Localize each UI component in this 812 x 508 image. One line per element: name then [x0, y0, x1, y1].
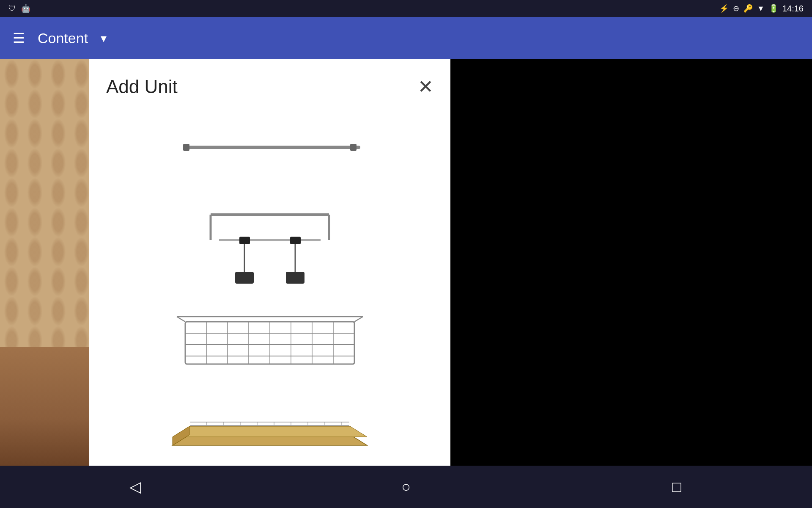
unit-items-list — [89, 114, 450, 466]
shield-icon: 🛡 — [8, 4, 16, 13]
overview-button[interactable]: □ — [660, 470, 694, 504]
status-bar: 🛡 🤖 ⚡ ⊖ 🔑 ▼ 🔋 14:16 — [0, 0, 812, 17]
svg-line-103 — [177, 317, 185, 322]
list-item[interactable] — [109, 206, 431, 291]
main-content: 100" 7" 24.37' 26" 37" 4.5" 4.5" 15" 6.9… — [0, 59, 812, 508]
svg-line-104 — [354, 317, 363, 322]
app-title: Content — [38, 30, 88, 47]
svg-rect-80 — [183, 144, 189, 151]
signal-icon: ⊖ — [733, 4, 739, 13]
wire-shelf-icon — [164, 395, 376, 454]
wifi-icon: ▼ — [757, 4, 765, 13]
hamburger-menu-button[interactable]: ☰ — [13, 30, 25, 46]
svg-marker-107 — [173, 426, 367, 437]
svg-rect-91 — [290, 237, 301, 244]
status-left-icons: 🛡 🤖 — [8, 4, 30, 13]
android-icon: 🤖 — [21, 4, 30, 13]
pull-down-closet-rod-icon — [185, 206, 354, 291]
pull-down-rod-icon — [164, 126, 376, 185]
vpn-icon: 🔑 — [743, 4, 753, 13]
svg-rect-90 — [239, 237, 250, 244]
panel-header: Add Unit ✕ — [89, 59, 450, 114]
bluetooth-icon: ⚡ — [719, 4, 729, 13]
status-time: 14:16 — [782, 4, 804, 14]
battery-icon: 🔋 — [769, 4, 778, 13]
svg-rect-88 — [235, 272, 254, 284]
list-item[interactable] — [109, 391, 431, 457]
close-panel-button[interactable]: ✕ — [418, 77, 433, 96]
dropdown-arrow-icon[interactable]: ▾ — [101, 31, 107, 45]
list-item[interactable] — [109, 123, 431, 189]
panel-title: Add Unit — [106, 76, 178, 97]
svg-rect-89 — [286, 272, 304, 284]
3d-view[interactable]: 100" 7" 24.37' 26" 37" 4.5" 4.5" 15" 6.9… — [0, 59, 450, 466]
app-bar: ☰ Content ▾ — [0, 17, 812, 59]
list-item[interactable] — [109, 308, 431, 374]
add-unit-panel: Add Unit ✕ — [89, 59, 450, 466]
wire-basket-icon — [164, 309, 376, 373]
svg-rect-81 — [350, 144, 357, 151]
back-button[interactable]: ◁ — [118, 470, 152, 504]
status-right-area: ⚡ ⊖ 🔑 ▼ 🔋 14:16 — [719, 4, 804, 14]
home-button[interactable]: ○ — [389, 470, 423, 504]
bottom-navigation: ◁ ○ □ — [0, 466, 812, 508]
